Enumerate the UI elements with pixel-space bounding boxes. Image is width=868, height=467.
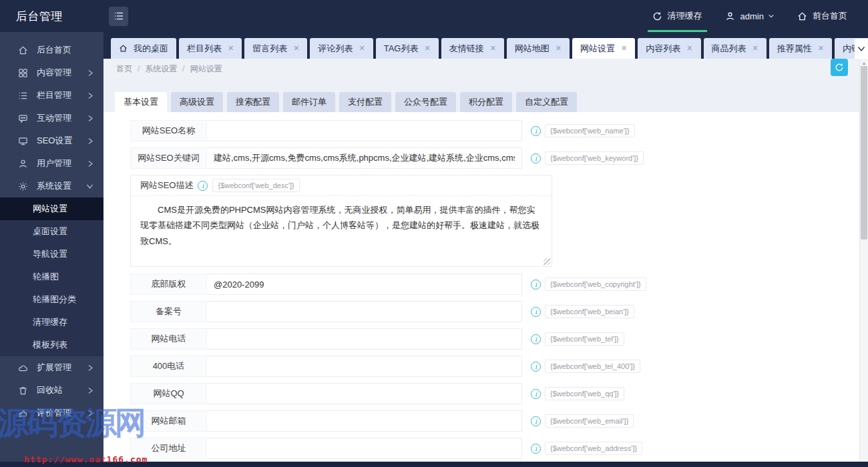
close-icon[interactable]: ✕ <box>293 45 299 52</box>
close-icon[interactable]: ✕ <box>556 45 562 52</box>
tab-recommend-attr[interactable]: 推荐属性✕ <box>769 38 832 59</box>
sidebar-item-content[interactable]: 内容管理 <box>0 61 103 84</box>
tab-advanced-settings[interactable]: 高级设置 <box>171 92 223 112</box>
sidebar-item-label: 回收站 <box>37 384 63 396</box>
resize-handle[interactable] <box>544 258 550 265</box>
submenu-item-template-list[interactable]: 模板列表 <box>0 334 103 356</box>
close-icon[interactable]: ✕ <box>621 45 627 52</box>
chevron-right-icon <box>87 387 93 394</box>
tab-label: 内容列表 <box>646 43 680 55</box>
hint-group: i {$webconf['web_name']} <box>531 124 635 137</box>
close-icon[interactable]: ✕ <box>818 45 824 52</box>
info-icon: i <box>531 444 541 454</box>
copyright-input[interactable] <box>207 274 522 295</box>
email-input[interactable] <box>207 410 522 432</box>
chevron-right-icon <box>87 69 93 77</box>
tab-column-list[interactable]: 栏目列表✕ <box>179 38 242 59</box>
tab-label: 网站地图 <box>515 43 550 55</box>
submenu-item-carousel[interactable]: 轮播图 <box>0 266 103 288</box>
tab-tag-list[interactable]: TAG列表✕ <box>376 38 439 59</box>
vertical-scrollbar[interactable]: ▲ ▼ <box>859 59 868 467</box>
scrollbar-thumb[interactable] <box>861 66 867 240</box>
front-home-link[interactable]: 前台首页 <box>786 0 859 32</box>
admin-app: 后台管理 清理缓存 <box>0 0 868 467</box>
clear-cache-button[interactable]: 清理缓存 <box>641 0 714 32</box>
submenu-item-desktop-settings[interactable]: 桌面设置 <box>0 220 103 243</box>
tab-wechat-config[interactable]: 公众号配置 <box>395 92 456 112</box>
tab-search-config[interactable]: 搜索配置 <box>227 92 279 112</box>
tab-points-config[interactable]: 积分配置 <box>460 92 512 112</box>
tab-product-list[interactable]: 商品列表✕ <box>704 38 767 59</box>
breadcrumb-home[interactable]: 首页 <box>116 63 132 75</box>
seo-desc-textarea[interactable]: CMS是开源免费的PHPCMS网站内容管理系统，无商业授权，简单易用，提供丰富的… <box>131 195 552 266</box>
sidebar-collapse-button[interactable] <box>109 7 128 26</box>
tab-comment-list[interactable]: 评论列表✕ <box>310 38 373 59</box>
template-var-hint: {$webconf['web_email']} <box>545 414 634 428</box>
sidebar-item-system[interactable]: 系统设置 <box>0 175 103 197</box>
chevron-down-icon <box>857 46 865 52</box>
scroll-up-arrow[interactable]: ▲ <box>860 59 868 66</box>
close-icon[interactable]: ✕ <box>228 45 234 52</box>
settings-tabs: 基本设置 高级设置 搜索配置 邮件订单 支付配置 公众号配置 积分配置 自定义配… <box>103 79 859 112</box>
refresh-icon <box>652 11 662 21</box>
field-label: 400电话 <box>130 356 207 377</box>
info-icon: i <box>531 153 541 163</box>
tab-content-list[interactable]: 内容列表✕ <box>638 38 700 59</box>
seo-keyword-input[interactable] <box>207 147 522 169</box>
close-icon[interactable]: ✕ <box>752 45 758 52</box>
sidebar-item-extension[interactable]: 扩展管理 <box>0 356 103 379</box>
address-input[interactable] <box>207 438 522 459</box>
sidebar-item-review[interactable]: 评价管理 <box>0 402 103 424</box>
field-label: 网站SEO描述 <box>140 179 193 191</box>
seo-desc-head: 网站SEO描述 i {$webconf['web_desc']} <box>131 175 552 195</box>
tab-mail-order[interactable]: 邮件订单 <box>283 92 335 112</box>
form-row-email: 网站邮箱 i {$webconf['web_email']} <box>130 410 859 432</box>
grid-icon <box>18 68 28 78</box>
tabs-overflow-button[interactable] <box>855 39 868 59</box>
tab-my-desktop[interactable]: 我的桌面 <box>111 38 176 59</box>
user-menu[interactable]: admin <box>714 0 786 32</box>
close-icon[interactable]: ✕ <box>686 45 692 52</box>
hint-group: i {$webconf['web_beian']} <box>531 305 634 318</box>
sidebar-item-label: 互动管理 <box>37 112 71 124</box>
home-icon <box>18 45 28 55</box>
sidebar-item-dashboard[interactable]: 后台首页 <box>0 39 103 61</box>
tab-basic-settings[interactable]: 基本设置 <box>115 92 167 112</box>
sidebar-item-label: 栏目管理 <box>37 89 71 101</box>
submenu-item-website-settings[interactable]: 网站设置 <box>0 197 103 220</box>
tel-input[interactable] <box>207 328 522 350</box>
submenu-item-nav-settings[interactable]: 导航设置 <box>0 243 103 266</box>
sidebar-item-recycle[interactable]: 回收站 <box>0 379 103 402</box>
close-icon[interactable]: ✕ <box>424 45 430 52</box>
beian-input[interactable] <box>207 301 522 322</box>
refresh-page-button[interactable] <box>831 59 848 76</box>
main-content: 基本设置 高级设置 搜索配置 邮件订单 支付配置 公众号配置 积分配置 自定义配… <box>103 79 859 467</box>
field-label: 公司地址 <box>130 438 207 459</box>
chevron-right-icon <box>87 115 93 122</box>
sidebar-item-column[interactable]: 栏目管理 <box>0 84 103 107</box>
breadcrumb-section[interactable]: 系统设置 <box>145 63 177 75</box>
sidebar-item-user[interactable]: 用户管理 <box>0 152 103 175</box>
sidebar-item-interaction[interactable]: 互动管理 <box>0 107 103 129</box>
submenu-item-clear-cache[interactable]: 清理缓存 <box>0 311 103 334</box>
user-icon <box>725 11 735 21</box>
tab-friend-links[interactable]: 友情链接✕ <box>441 38 504 59</box>
close-icon[interactable]: ✕ <box>490 45 496 52</box>
submenu-item-carousel-category[interactable]: 轮播图分类 <box>0 288 103 311</box>
home-icon <box>119 44 128 53</box>
close-icon[interactable]: ✕ <box>359 45 365 52</box>
tab-site-settings[interactable]: 网站设置✕ <box>572 38 635 59</box>
tel400-input[interactable] <box>207 356 522 377</box>
sidebar-item-seo[interactable]: SEO设置 <box>0 129 103 152</box>
home-icon <box>797 11 807 21</box>
tab-label: 评论列表 <box>318 43 353 55</box>
info-icon: i <box>531 280 541 290</box>
sidebar-item-label: SEO设置 <box>37 135 72 147</box>
tab-custom-config[interactable]: 自定义配置 <box>516 92 577 112</box>
tab-payment-config[interactable]: 支付配置 <box>339 92 391 112</box>
field-label: 底部版权 <box>130 274 207 295</box>
qq-input[interactable] <box>207 383 522 404</box>
tab-message-list[interactable]: 留言列表✕ <box>244 38 307 59</box>
tab-sitemap[interactable]: 网站地图✕ <box>507 38 570 59</box>
seo-name-input[interactable] <box>207 120 522 141</box>
